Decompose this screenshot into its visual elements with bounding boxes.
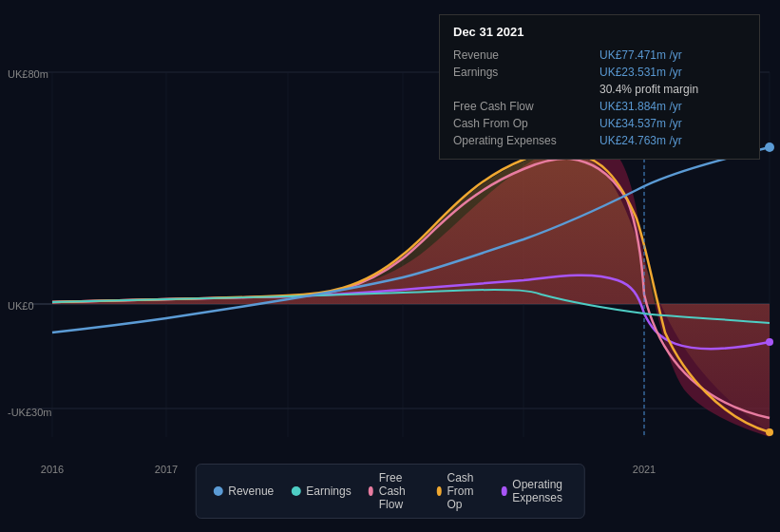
tooltip-row-opex: Operating Expenses UK£24.763m /yr [453, 132, 746, 149]
tooltip-row-fcf: Free Cash Flow UK£31.884m /yr [453, 98, 746, 115]
svg-point-13 [766, 338, 773, 346]
y-label-neg30m: -UK£30m [8, 407, 51, 418]
legend-item-opex[interactable]: Operating Expenses [502, 478, 567, 504]
legend-item-fcf[interactable]: Free Cash Flow [369, 471, 420, 511]
legend-label-cfo: Cash From Op [447, 471, 485, 511]
x-label-2021: 2021 [633, 464, 656, 475]
tooltip-label-fcf: Free Cash Flow [453, 98, 599, 115]
legend-dot-cfo [436, 486, 441, 496]
tooltip-row-margin: 30.4% profit margin [453, 81, 746, 98]
x-label-2017: 2017 [155, 464, 178, 475]
tooltip-value-cfo: UK£34.537m /yr [599, 115, 746, 132]
legend-dot-opex [502, 486, 506, 496]
tooltip-label-revenue: Revenue [453, 47, 599, 64]
tooltip-label-opex: Operating Expenses [453, 132, 599, 149]
legend-item-earnings[interactable]: Earnings [291, 484, 351, 498]
data-tooltip: Dec 31 2021 Revenue UK£77.471m /yr Earni… [439, 14, 760, 160]
x-label-2016: 2016 [41, 464, 64, 475]
y-label-80m: UK£80m [8, 68, 48, 80]
tooltip-value-opex: UK£24.763m /yr [599, 132, 746, 149]
tooltip-value-margin: 30.4% profit margin [599, 81, 746, 98]
chart-container: UK£80m UK£0 -UK£30m 2016 2017 2018 2019 … [0, 0, 780, 532]
legend-dot-fcf [369, 486, 373, 496]
tooltip-label-cfo: Cash From Op [453, 115, 599, 132]
svg-point-12 [766, 428, 773, 436]
tooltip-table: Revenue UK£77.471m /yr Earnings UK£23.53… [453, 47, 746, 149]
tooltip-value-revenue: UK£77.471m /yr [599, 47, 746, 64]
legend-dot-revenue [213, 486, 222, 496]
tooltip-row-revenue: Revenue UK£77.471m /yr [453, 47, 746, 64]
tooltip-value-earnings: UK£23.531m /yr [599, 64, 746, 81]
legend-dot-earnings [291, 486, 300, 496]
tooltip-value-fcf: UK£31.884m /yr [599, 98, 746, 115]
svg-point-11 [765, 142, 774, 152]
tooltip-row-earnings: Earnings UK£23.531m /yr [453, 64, 746, 81]
chart-legend: Revenue Earnings Free Cash Flow Cash Fro… [195, 464, 585, 519]
tooltip-label-earnings: Earnings [453, 64, 599, 81]
legend-label-earnings: Earnings [306, 484, 351, 498]
tooltip-label-margin [453, 81, 599, 98]
tooltip-row-cfo: Cash From Op UK£34.537m /yr [453, 115, 746, 132]
legend-item-revenue[interactable]: Revenue [213, 484, 274, 498]
legend-label-fcf: Free Cash Flow [379, 471, 420, 511]
y-label-0: UK£0 [8, 300, 34, 312]
legend-label-revenue: Revenue [228, 484, 274, 498]
legend-label-opex: Operating Expenses [512, 478, 566, 504]
tooltip-date: Dec 31 2021 [453, 25, 746, 39]
legend-item-cfo[interactable]: Cash From Op [436, 471, 485, 511]
